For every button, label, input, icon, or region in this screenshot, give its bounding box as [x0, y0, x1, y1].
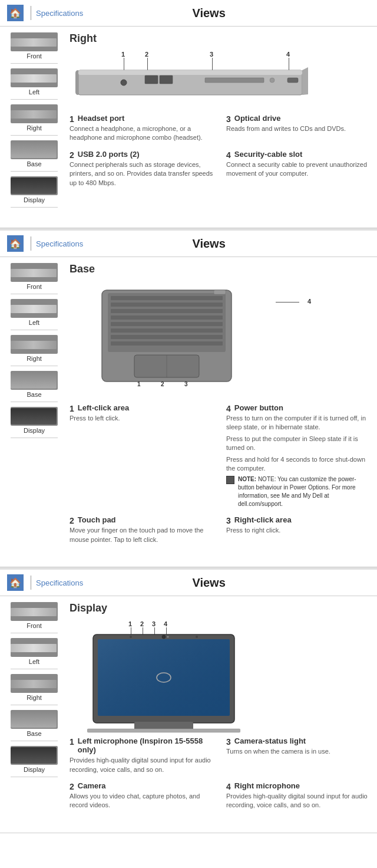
- svg-rect-10: [111, 296, 223, 300]
- display-thumb-disp: [11, 746, 58, 765]
- content-base: Front Left Right Base: [0, 257, 377, 555]
- sidebar-item-display-disp[interactable]: Display: [6, 746, 62, 780]
- sidebar-item-front-disp[interactable]: Front: [6, 602, 62, 636]
- display-thumb-base: [11, 407, 58, 426]
- desc-base-item-2: 2 Touch pad Move your finger on the touc…: [70, 515, 214, 544]
- sidebar-item-right[interactable]: Right: [6, 104, 62, 138]
- sidebar-label-left: Left: [11, 88, 58, 100]
- home-icon-display[interactable]: 🏠: [7, 574, 24, 591]
- svg-point-6: [270, 78, 275, 83]
- sidebar-item-display[interactable]: Display: [6, 176, 62, 210]
- descriptions-display: 1 Left microphone (Inspiron 15-5558 only…: [70, 737, 371, 815]
- desc-disp-item-2: 2 Camera Allows you to video chat, captu…: [70, 781, 214, 810]
- base-thumb-disp: [11, 710, 58, 729]
- desc-disp-item-3: 3 Camera-status light Turns on when the …: [226, 737, 371, 774]
- sidebar-label-front-disp: Front: [11, 622, 58, 633]
- sidebar-item-base[interactable]: Base: [6, 140, 62, 174]
- header-sep-display: [31, 576, 31, 590]
- base-thumbnail: [11, 140, 58, 159]
- page-title-display: Views: [83, 576, 370, 590]
- base-diagram: 4: [70, 281, 317, 396]
- svg-rect-5: [205, 78, 264, 83]
- sidebar-item-front[interactable]: Front: [6, 32, 62, 66]
- svg-rect-7: [287, 78, 298, 83]
- desc-disp-num-2: 2: [70, 782, 74, 791]
- sidebar-base: Front Left Right Base: [5, 263, 64, 549]
- desc-disp-text-4: Provides high-quality digital sound inpu…: [226, 792, 371, 810]
- svg-rect-14: [111, 322, 223, 326]
- desc-text-1: Connect a headphone, a microphone, or a …: [70, 124, 214, 143]
- desc-num-1: 1: [70, 114, 74, 124]
- desc-item-3: 3 Optical drive Reads from and writes to…: [226, 114, 371, 143]
- laptop-right-svg: [75, 61, 323, 104]
- base-line-4: [276, 302, 299, 303]
- desc-base-text-4b: Press to put the computer in Sleep state…: [226, 435, 371, 453]
- spec-link-base[interactable]: Specifications: [36, 239, 83, 248]
- sidebar-label-right: Right: [11, 124, 58, 136]
- sidebar-label-right-base: Right: [11, 355, 58, 366]
- desc-disp-text-1: Provides high-quality digital sound inpu…: [70, 756, 214, 774]
- desc-disp-title-3: Camera-status light: [234, 737, 306, 745]
- desc-base-text-4a: Press to turn on the computer if it is t…: [226, 414, 371, 432]
- main-right: Right 1 2 3 4: [64, 32, 371, 210]
- sidebar-item-display-base[interactable]: Display: [6, 407, 62, 440]
- svg-rect-33: [87, 729, 240, 732]
- svg-rect-4: [160, 75, 173, 84]
- sidebar-item-base-disp[interactable]: Base: [6, 710, 62, 744]
- svg-rect-12: [111, 309, 223, 313]
- desc-item-2: 2 USB 2.0 ports (2) Connect peripherals …: [70, 150, 214, 188]
- desc-title-1: Headset port: [78, 114, 124, 123]
- sidebar-label-base-disp: Base: [11, 730, 58, 741]
- desc-disp-item-1: 1 Left microphone (Inspiron 15-5558 only…: [70, 737, 214, 774]
- sidebar-label-front-base: Front: [11, 283, 58, 294]
- svg-rect-16: [111, 335, 223, 339]
- sidebar-item-left[interactable]: Left: [6, 68, 62, 102]
- disp-num-3: 3: [152, 620, 156, 627]
- desc-base-text-4c: Press and hold for 4 seconds to force sh…: [226, 455, 371, 474]
- desc-base-item-1: 1 Left-click area Press to left click.: [70, 403, 214, 508]
- sidebar-label-base: Base: [11, 160, 58, 172]
- sidebar-item-left-disp[interactable]: Left: [6, 638, 62, 672]
- content-right: Front Left Right Base: [0, 27, 377, 216]
- desc-disp-num-3: 3: [226, 737, 231, 747]
- display-thumbnail: [11, 176, 58, 195]
- sidebar-item-right-base[interactable]: Right: [6, 335, 62, 369]
- left-thumbnail: [11, 68, 58, 87]
- view-title-display: Display: [70, 602, 371, 614]
- sidebar-item-left-base[interactable]: Left: [6, 299, 62, 333]
- desc-base-text-2: Move your finger on the touch pad to mov…: [70, 526, 214, 544]
- sidebar-right: Front Left Right Base: [5, 32, 64, 210]
- desc-base-text-1: Press to left click.: [70, 414, 214, 423]
- header-sep-base: [31, 236, 31, 251]
- descriptions-right: 1 Headset port Connect a headphone, a mi…: [70, 114, 371, 192]
- desc-title-3: Optical drive: [234, 114, 281, 123]
- content-display: Front Left Right Base: [0, 596, 377, 821]
- home-icon[interactable]: 🏠: [7, 5, 24, 21]
- desc-base-item-4: 4 Power button Press to turn on the comp…: [226, 403, 371, 508]
- sidebar-item-right-disp[interactable]: Right: [6, 674, 62, 708]
- main-display: Display 1 2 3 4: [64, 602, 371, 815]
- header-base: 🏠 Specifications Views: [0, 231, 377, 257]
- view-title-base: Base: [70, 263, 371, 275]
- right-thumb-disp: [11, 674, 58, 693]
- desc-disp-item-4: 4 Right microphone Provides high-quality…: [226, 781, 371, 810]
- desc-base-title-4: Power button: [234, 403, 283, 412]
- descriptions-base: 1 Left-click area Press to left click. 4…: [70, 403, 371, 549]
- disp-num-2: 2: [140, 620, 144, 627]
- front-thumb-base: [11, 263, 58, 282]
- sidebar-item-front-base[interactable]: Front: [6, 263, 62, 297]
- desc-item-4: 4 Security-cable slot Connect a security…: [226, 150, 371, 188]
- spec-link-display[interactable]: Specifications: [36, 578, 83, 587]
- num-label-1: 1: [121, 51, 125, 58]
- desc-text-3: Reads from and writes to CDs and DVDs.: [226, 124, 371, 133]
- svg-text:2: 2: [161, 381, 164, 387]
- num-label-3: 3: [210, 51, 213, 58]
- sidebar-item-base-base[interactable]: Base: [6, 371, 62, 405]
- base-num-4: 4: [307, 298, 311, 305]
- spec-link[interactable]: Specifications: [36, 9, 83, 18]
- home-icon-base[interactable]: 🏠: [7, 235, 24, 252]
- desc-base-text-3: Press to right click.: [226, 526, 371, 535]
- svg-point-27: [162, 635, 166, 639]
- sidebar-display: Front Left Right Base: [5, 602, 64, 815]
- disp-num-1: 1: [128, 620, 132, 627]
